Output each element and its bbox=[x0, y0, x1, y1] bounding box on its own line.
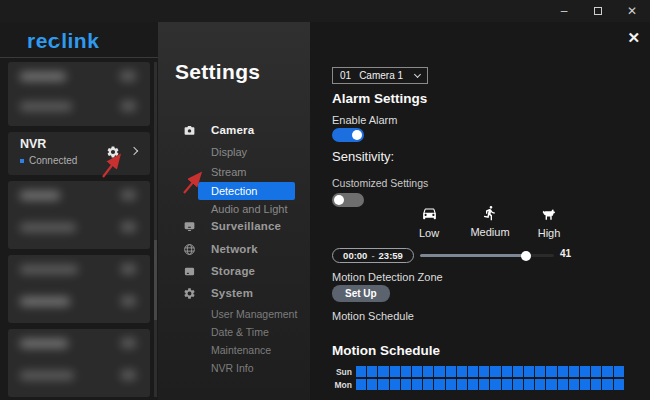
schedule-cell[interactable] bbox=[490, 379, 500, 390]
schedule-cell[interactable] bbox=[378, 366, 388, 377]
nav-section-storage[interactable]: Storage bbox=[183, 264, 255, 278]
schedule-cell[interactable] bbox=[513, 366, 523, 377]
schedule-cell[interactable] bbox=[602, 366, 612, 377]
set-up-button[interactable]: Set Up bbox=[332, 285, 390, 302]
customized-settings-label: Customized Settings bbox=[332, 177, 428, 189]
schedule-cell[interactable] bbox=[423, 379, 433, 390]
schedule-cell[interactable] bbox=[401, 379, 411, 390]
schedule-cell[interactable] bbox=[367, 379, 377, 390]
schedule-cell[interactable] bbox=[602, 379, 612, 390]
nav-label: Network bbox=[211, 243, 258, 255]
schedule-cell[interactable] bbox=[614, 366, 624, 377]
time-range-field[interactable]: 00:00 - 23:59 bbox=[332, 248, 414, 263]
schedule-cell[interactable] bbox=[423, 366, 433, 377]
schedule-cell[interactable] bbox=[546, 379, 556, 390]
schedule-cell[interactable] bbox=[591, 379, 601, 390]
camera-list-item-blurred[interactable] bbox=[8, 62, 150, 126]
schedule-cell[interactable] bbox=[524, 366, 534, 377]
globe-icon bbox=[183, 243, 196, 256]
window-controls: – ✕ bbox=[552, 0, 644, 22]
sensitivity-level-high: High bbox=[514, 205, 584, 239]
schedule-cell[interactable] bbox=[356, 379, 366, 390]
nav-item-audio-and-light[interactable]: Audio and Light bbox=[211, 203, 287, 215]
schedule-cell[interactable] bbox=[502, 379, 512, 390]
camera-list-item-blurred[interactable] bbox=[8, 329, 150, 397]
schedule-cell[interactable] bbox=[367, 366, 377, 377]
schedule-cell[interactable] bbox=[412, 379, 422, 390]
nav-label: Storage bbox=[211, 265, 255, 277]
schedule-cell[interactable] bbox=[591, 366, 601, 377]
minimize-button[interactable]: – bbox=[552, 2, 576, 20]
schedule-cell[interactable] bbox=[558, 379, 568, 390]
schedule-cell[interactable] bbox=[558, 366, 568, 377]
maximize-button[interactable] bbox=[586, 2, 610, 20]
time-start: 00:00 bbox=[343, 250, 367, 261]
nav-item-date-time[interactable]: Date & Time bbox=[211, 326, 269, 338]
sensitivity-slider-knob[interactable] bbox=[521, 251, 531, 261]
gear-icon bbox=[183, 287, 196, 300]
schedule-cell[interactable] bbox=[546, 366, 556, 377]
schedule-cell[interactable] bbox=[569, 379, 579, 390]
camera-list-item-blurred[interactable] bbox=[8, 181, 150, 249]
schedule-cell[interactable] bbox=[513, 379, 523, 390]
schedule-hour-cells bbox=[356, 366, 624, 377]
sensitivity-value: 41 bbox=[560, 248, 571, 259]
schedule-cell[interactable] bbox=[468, 366, 478, 377]
dialog-close-button[interactable]: ✕ bbox=[627, 29, 640, 47]
nav-section-network[interactable]: Network bbox=[183, 242, 258, 256]
schedule-cell[interactable] bbox=[446, 379, 456, 390]
nav-item-display[interactable]: Display bbox=[211, 146, 247, 158]
schedule-cell[interactable] bbox=[378, 379, 388, 390]
chevron-right-icon[interactable] bbox=[130, 147, 138, 155]
schedule-cell[interactable] bbox=[580, 366, 590, 377]
nav-section-surveillance[interactable]: Surveillance bbox=[183, 219, 281, 233]
sidebar-scrollbar-thumb[interactable] bbox=[154, 240, 157, 320]
enable-alarm-toggle[interactable] bbox=[332, 128, 364, 142]
nav-item-user-management[interactable]: User Management bbox=[211, 308, 297, 320]
schedule-cell[interactable] bbox=[535, 379, 545, 390]
app-window: – ✕ reolink NVR bbox=[0, 0, 650, 400]
nvr-list-item[interactable]: NVR Connected bbox=[8, 132, 150, 175]
schedule-cell[interactable] bbox=[434, 366, 444, 377]
schedule-cell[interactable] bbox=[580, 379, 590, 390]
schedule-cell[interactable] bbox=[401, 366, 411, 377]
blurred-icon bbox=[121, 264, 136, 274]
schedule-cell[interactable] bbox=[457, 366, 467, 377]
customized-settings-toggle[interactable] bbox=[332, 193, 364, 207]
schedule-cell[interactable] bbox=[490, 366, 500, 377]
schedule-cell[interactable] bbox=[535, 366, 545, 377]
schedule-cell[interactable] bbox=[390, 366, 400, 377]
sidebar-divider bbox=[0, 57, 158, 58]
window-close-button[interactable]: ✕ bbox=[620, 2, 644, 20]
motion-schedule-heading: Motion Schedule bbox=[332, 343, 440, 358]
schedule-day-label: Mon bbox=[332, 380, 356, 390]
sensitivity-slider[interactable] bbox=[420, 248, 554, 263]
alarm-settings-heading: Alarm Settings bbox=[332, 91, 427, 106]
schedule-cell[interactable] bbox=[479, 366, 489, 377]
schedule-cell[interactable] bbox=[569, 366, 579, 377]
nav-item-detection-selected[interactable]: Detection bbox=[198, 182, 295, 200]
schedule-cell[interactable] bbox=[457, 379, 467, 390]
nvr-settings-gear-icon[interactable] bbox=[106, 145, 120, 163]
camera-select-dropdown[interactable]: 01 Camera 1 bbox=[332, 67, 428, 84]
schedule-cell[interactable] bbox=[614, 379, 624, 390]
schedule-cell[interactable] bbox=[434, 379, 444, 390]
schedule-cell[interactable] bbox=[356, 366, 366, 377]
sidebar-scrollbar[interactable] bbox=[154, 62, 157, 397]
chevron-down-icon bbox=[414, 71, 421, 78]
nav-section-system[interactable]: System bbox=[183, 286, 253, 300]
schedule-cell[interactable] bbox=[524, 379, 534, 390]
nav-item-stream[interactable]: Stream bbox=[211, 166, 246, 178]
schedule-cell[interactable] bbox=[502, 366, 512, 377]
schedule-cell[interactable] bbox=[479, 379, 489, 390]
nvr-status-text: Connected bbox=[29, 155, 77, 166]
sensitivity-level-label: Low bbox=[394, 227, 464, 239]
camera-list-item-blurred[interactable] bbox=[8, 255, 150, 323]
schedule-cell[interactable] bbox=[390, 379, 400, 390]
nav-item-maintenance[interactable]: Maintenance bbox=[211, 344, 271, 356]
schedule-cell[interactable] bbox=[468, 379, 478, 390]
nav-section-camera[interactable]: Camera bbox=[183, 123, 254, 137]
nav-item-nvr-info[interactable]: NVR Info bbox=[211, 362, 254, 374]
schedule-cell[interactable] bbox=[412, 366, 422, 377]
schedule-cell[interactable] bbox=[446, 366, 456, 377]
